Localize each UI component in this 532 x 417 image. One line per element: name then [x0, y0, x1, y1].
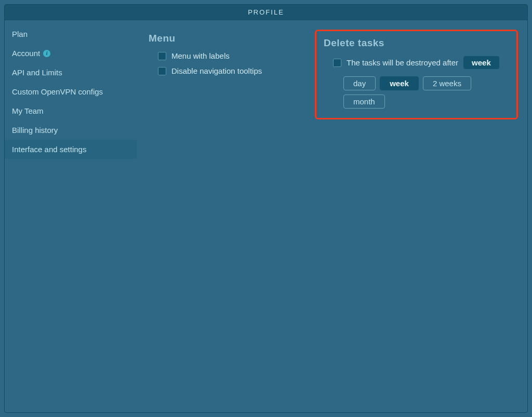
sidebar-item-label: Custom OpenVPN configs	[12, 87, 103, 96]
sidebar-item-openvpn[interactable]: Custom OpenVPN configs	[5, 82, 137, 101]
checkbox-label: Menu with labels	[171, 51, 230, 60]
sidebar-item-label: Account	[12, 49, 40, 58]
delete-checkbox-label: The tasks will be destroyed after	[347, 58, 458, 67]
title-text: PROFILE	[248, 8, 284, 16]
menu-section: Menu Menu with labels Disable navigation…	[149, 33, 304, 82]
interval-option-day[interactable]: day	[343, 76, 376, 90]
sidebar-item-api-limits[interactable]: API and Limits	[5, 63, 137, 82]
sidebar-item-billing[interactable]: Billing history	[5, 120, 137, 140]
delete-section-wrapper: Delete tasks The tasks will be destroyed…	[315, 33, 518, 119]
sidebar-item-label: API and Limits	[12, 68, 62, 77]
sidebar-item-label: Interface and settings	[12, 145, 86, 154]
sidebar-item-my-team[interactable]: My Team	[5, 101, 137, 120]
window-title: PROFILE	[5, 5, 527, 20]
interval-option-2weeks[interactable]: 2 weeks	[423, 76, 471, 90]
checkbox-icon[interactable]	[333, 59, 341, 67]
sidebar-item-label: Plan	[12, 30, 28, 38]
selected-interval-pill[interactable]: week	[463, 56, 499, 69]
interval-option-month[interactable]: month	[343, 95, 385, 109]
interval-options: day week 2 weeks month	[343, 76, 509, 109]
sidebar: Plan Account i API and Limits Custom Ope…	[5, 20, 137, 412]
checkbox-icon[interactable]	[158, 67, 166, 75]
sidebar-item-plan[interactable]: Plan	[5, 24, 137, 44]
sidebar-item-interface-settings[interactable]: Interface and settings	[5, 140, 137, 159]
sidebar-item-account[interactable]: Account i	[5, 44, 137, 63]
highlight-annotation: Delete tasks The tasks will be destroyed…	[315, 30, 518, 119]
profile-window: PROFILE Plan Account i API and Limits Cu…	[4, 4, 528, 413]
sidebar-item-label: My Team	[12, 106, 44, 115]
info-icon: i	[43, 50, 50, 57]
window-body: Plan Account i API and Limits Custom Ope…	[5, 20, 527, 412]
menu-option-labels[interactable]: Menu with labels	[158, 51, 304, 60]
sidebar-item-label: Billing history	[12, 126, 58, 134]
content-area: Menu Menu with labels Disable navigation…	[137, 20, 527, 412]
delete-section-title: Delete tasks	[324, 37, 509, 49]
interval-option-week[interactable]: week	[380, 76, 419, 90]
checkbox-icon[interactable]	[158, 52, 166, 60]
menu-section-title: Menu	[149, 33, 304, 44]
delete-checkbox-row: The tasks will be destroyed after week	[333, 56, 509, 69]
menu-option-tooltips[interactable]: Disable navigation tooltips	[158, 66, 304, 75]
checkbox-label: Disable navigation tooltips	[171, 66, 262, 75]
